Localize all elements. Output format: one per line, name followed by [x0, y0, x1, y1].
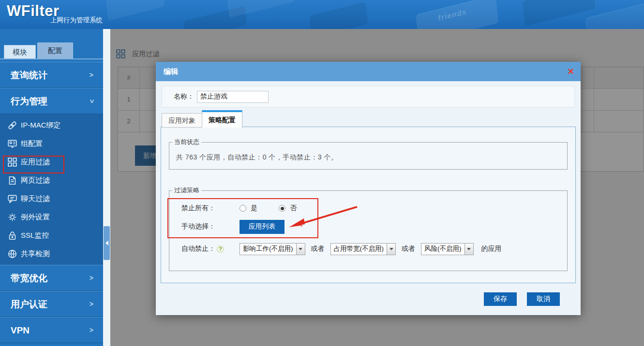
auto-forbid-row: 自动禁止： ? 影响工作(不启用) 或者 占用带宽(不启用) 或者 风险(不启用…	[169, 240, 567, 258]
edit-dialog: 编辑 × 名称： 应用对象 策略配置 当前状态 共 763 个应用，自动禁止：0…	[156, 62, 581, 315]
tab-policy-config[interactable]: 策略配置	[202, 110, 242, 128]
sidebar-item-ssl-monitor[interactable]: SSL监控	[0, 226, 103, 245]
auto-forbid-label-wrap: 自动禁止： ?	[181, 245, 240, 253]
sidebar-collapse-strip	[103, 29, 110, 346]
filter-policy-fieldset: 过滤策略 禁止所有： 是 否 手动选择： 应用列表 自动禁止： ? 影响工作	[169, 186, 568, 271]
dialog-title: 编辑	[156, 67, 178, 76]
sidebar-item-label: SSL监控	[21, 231, 49, 240]
manual-select-label: 手动选择：	[181, 222, 240, 231]
select-value: 占用带宽(不启用)	[331, 245, 387, 253]
or-text: 或者	[311, 245, 325, 253]
cancel-button[interactable]: 取消	[527, 292, 560, 306]
sidebar-item-ip-mac-binding[interactable]: IP-MAC绑定	[0, 116, 103, 134]
sidebar-item-label: 网页过滤	[21, 176, 50, 185]
current-status-text: 共 763 个应用，自动禁止：0 个，手动禁止：3 个。	[169, 146, 567, 162]
current-status-legend: 当前状态	[172, 138, 201, 146]
radio-no[interactable]	[279, 205, 285, 212]
sidebar-item-label: 应用过滤	[21, 158, 50, 167]
sidebar-tab-config[interactable]: 配置	[37, 43, 73, 58]
chevron-down-icon: >	[78, 99, 104, 103]
globe-icon	[8, 249, 17, 259]
dialog-tabs: 应用对象 策略配置	[162, 111, 242, 128]
sidebar-group-behavior-mgmt[interactable]: 行为管理 >	[0, 88, 103, 114]
sidebar-item-share-detection[interactable]: 共享检测	[0, 245, 103, 263]
app-subtitle: 上网行为管理系统	[50, 16, 103, 25]
forbid-all-label: 禁止所有：	[181, 204, 240, 213]
sidebar-group-vpn[interactable]: VPN >	[0, 317, 103, 343]
radio-yes-label: 是	[251, 204, 257, 213]
sidebar-group-label: 行为管理	[11, 96, 47, 106]
apps-suffix: 的应用	[481, 245, 502, 253]
sidebar-group-label: VPN	[11, 325, 30, 335]
dropdown-arrow-icon	[296, 244, 305, 255]
dialog-footer: 保存 取消	[484, 292, 560, 306]
sidebar-item-label: 例外设置	[21, 213, 50, 222]
sidebar-tab-modules[interactable]: 模块	[4, 45, 36, 58]
or-text: 或者	[402, 245, 415, 253]
collapse-left-icon	[105, 241, 108, 245]
radio-yes[interactable]	[240, 205, 246, 212]
current-status-fieldset: 当前状态 共 763 个应用，自动禁止：0 个，手动禁止：3 个。	[169, 138, 568, 170]
tab-app-objects[interactable]: 应用对象	[162, 113, 202, 128]
radio-no-label: 否	[290, 204, 297, 213]
dropdown-arrow-icon	[387, 244, 395, 255]
forbid-all-row: 禁止所有： 是 否	[169, 200, 567, 217]
close-icon[interactable]: ×	[568, 67, 574, 76]
save-button[interactable]: 保存	[484, 292, 517, 306]
sidebar-submenu: IP-MAC绑定 组配置 应用过滤	[0, 114, 103, 265]
app-list-button[interactable]: 应用列表	[240, 220, 285, 234]
page-icon	[8, 176, 17, 185]
name-label: 名称：	[174, 92, 194, 101]
sidebar-group-user-auth[interactable]: 用户认证 >	[0, 291, 103, 317]
sidebar-item-label: IP-MAC绑定	[21, 121, 61, 130]
chevron-right-icon: >	[90, 291, 93, 317]
help-icon[interactable]: ?	[217, 245, 224, 253]
select-value: 风险(不启用)	[421, 245, 464, 253]
sidebar-item-label: 共享检测	[21, 249, 50, 259]
grid-icon	[8, 158, 17, 167]
name-row: 名称：	[162, 86, 575, 107]
keyboard-key-decoration	[309, 1, 368, 29]
sidebar-group-label: 用户认证	[11, 299, 47, 309]
auto-forbid-label: 自动禁止：	[181, 245, 215, 253]
manual-select-row: 手动选择： 应用列表	[169, 217, 567, 236]
sidebar-item-label: 组配置	[21, 139, 43, 148]
sidebar-tabbar: 模块 配置	[0, 29, 103, 59]
sidebar-group-bandwidth[interactable]: 带宽优化 >	[0, 265, 103, 291]
sidebar-item-exception-settings[interactable]: 例外设置	[0, 208, 103, 226]
group-icon	[8, 139, 17, 148]
sidebar-item-chat-filter[interactable]: 聊天过滤	[0, 189, 103, 208]
sidebar: 模块 配置 查询统计 > 行为管理 > IP-MAC绑定	[0, 29, 103, 346]
radio-selected-dot	[281, 207, 284, 210]
sidebar-item-group-config[interactable]: 组配置	[0, 134, 103, 153]
chevron-right-icon: >	[90, 265, 93, 291]
link-icon	[8, 121, 17, 130]
policy-config-panel: 当前状态 共 763 个应用，自动禁止：0 个，手动禁止：3 个。 过滤策略 禁…	[161, 127, 576, 283]
keyboard-key-decoration	[522, 0, 595, 26]
gear-icon	[8, 213, 17, 222]
keyboard-key-decoration	[227, 0, 295, 18]
dialog-titlebar: 编辑 ×	[156, 62, 581, 81]
chevron-right-icon: >	[90, 317, 93, 343]
name-input[interactable]	[197, 91, 269, 103]
lock-icon	[8, 231, 17, 240]
sidebar-group-query-stats[interactable]: 查询统计 >	[0, 62, 103, 88]
sidebar-group-label: 查询统计	[11, 70, 47, 80]
app-header: friends WFilter 上网行为管理系统	[0, 0, 644, 29]
sidebar-item-app-filter[interactable]: 应用过滤	[0, 153, 103, 171]
sidebar-item-web-filter[interactable]: 网页过滤	[0, 171, 103, 189]
filter-policy-legend: 过滤策略	[172, 186, 201, 195]
select-bandwidth[interactable]: 占用带宽(不启用)	[330, 243, 396, 255]
keyboard-key-decoration	[106, 0, 165, 21]
chat-icon	[8, 194, 17, 203]
select-risk[interactable]: 风险(不启用)	[421, 243, 474, 255]
sidebar-collapse-handle[interactable]	[104, 226, 110, 260]
dropdown-arrow-icon	[464, 244, 473, 255]
select-value: 影响工作(不启用)	[240, 245, 296, 253]
chevron-right-icon: >	[90, 62, 93, 88]
sidebar-group-label: 带宽优化	[11, 273, 47, 283]
select-affect-work[interactable]: 影响工作(不启用)	[240, 243, 305, 255]
sidebar-item-label: 聊天过滤	[21, 194, 50, 203]
